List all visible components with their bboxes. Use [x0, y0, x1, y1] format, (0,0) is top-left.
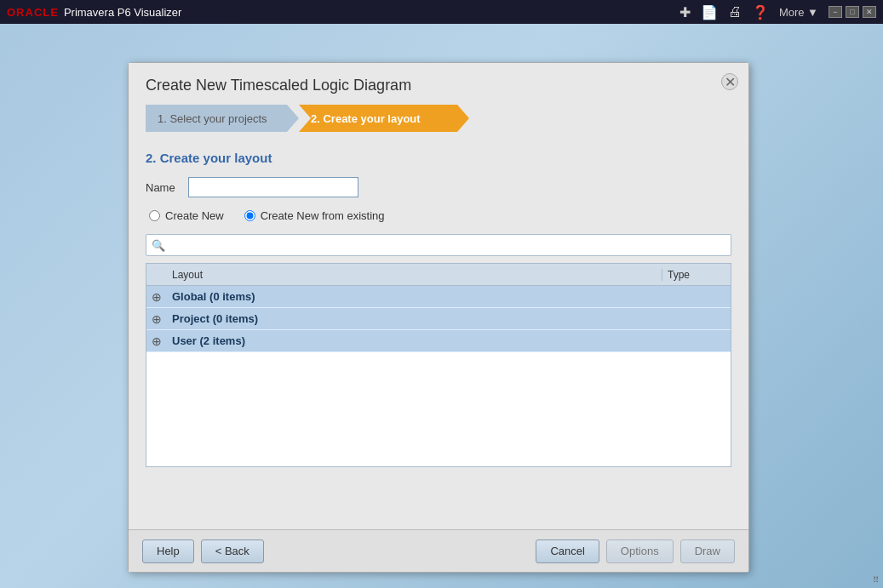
search-bar: 🔍 — [146, 234, 731, 256]
type-col-header: Type — [662, 269, 731, 281]
steps-container: 1. Select your projects 2. Create your l… — [129, 105, 748, 142]
global-row-label: Global (0 items) — [167, 290, 662, 303]
create-from-existing-option[interactable]: Create New from existing — [244, 209, 385, 222]
help-button[interactable]: Help — [142, 539, 194, 563]
table-row[interactable]: ⊕ Project (0 items) — [146, 308, 731, 330]
create-diagram-dialog: Create New Timescaled Logic Diagram ✕ 1.… — [128, 62, 749, 573]
name-input[interactable] — [188, 177, 358, 197]
main-area: Create New Timescaled Logic Diagram ✕ 1.… — [0, 24, 883, 588]
more-menu[interactable]: More ▼ — [779, 6, 818, 19]
search-icon: 🔍 — [152, 239, 165, 252]
radio-group: Create New Create New from existing — [146, 209, 731, 222]
close-window-button[interactable]: ✕ — [863, 6, 876, 18]
project-row-label: Project (0 items) — [167, 312, 662, 325]
create-from-existing-radio[interactable] — [244, 210, 255, 221]
step-1-label: 1. Select your projects — [158, 112, 267, 125]
help-icon[interactable]: ❓ — [752, 4, 769, 20]
app-name: Primavera P6 Visualizer — [64, 6, 181, 19]
oracle-logo: ORACLE — [7, 6, 59, 19]
layout-col-header: Layout — [167, 269, 662, 281]
table-row[interactable]: ⊕ User (2 items) — [146, 330, 731, 352]
table-row[interactable]: ⊕ Global (0 items) — [146, 286, 731, 308]
dialog-content: 2. Create your layout Name Create New Cr… — [129, 142, 748, 529]
back-button[interactable]: < Back — [201, 539, 264, 563]
window-controls: − □ ✕ — [829, 6, 876, 18]
step-2-label: 2. Create your layout — [311, 112, 421, 125]
print-icon[interactable]: 🖨 — [728, 4, 742, 20]
dialog-title: Create New Timescaled Logic Diagram — [146, 77, 411, 94]
add-icon[interactable]: ✚ — [679, 4, 691, 20]
create-new-radio[interactable] — [149, 210, 160, 221]
titlebar-toolbar: ✚ 📄 🖨 ❓ More ▼ — [679, 4, 818, 20]
document-icon[interactable]: 📄 — [701, 4, 718, 20]
options-button[interactable]: Options — [606, 539, 674, 563]
titlebar: ORACLE Primavera P6 Visualizer ✚ 📄 🖨 ❓ M… — [0, 0, 883, 24]
dialog-close-button[interactable]: ✕ — [721, 73, 738, 90]
name-row: Name — [146, 177, 731, 197]
create-new-label: Create New — [165, 209, 224, 222]
dialog-footer: Help < Back Cancel Options Draw — [129, 529, 748, 572]
resize-handle[interactable]: ⠿ — [873, 575, 880, 585]
create-from-existing-label: Create New from existing — [261, 209, 385, 222]
expand-project-button[interactable]: ⊕ — [146, 312, 167, 326]
user-row-label: User (2 items) — [167, 334, 662, 347]
name-label: Name — [146, 181, 188, 194]
step-2[interactable]: 2. Create your layout — [299, 105, 469, 132]
create-new-option[interactable]: Create New — [149, 209, 224, 222]
draw-button[interactable]: Draw — [680, 539, 735, 563]
expand-global-button[interactable]: ⊕ — [146, 290, 167, 304]
table-header: Layout Type — [146, 264, 731, 286]
cancel-button[interactable]: Cancel — [536, 539, 599, 563]
expand-user-button[interactable]: ⊕ — [146, 334, 167, 348]
layout-table: Layout Type ⊕ Global (0 items) ⊕ Project… — [146, 263, 731, 467]
step-1[interactable]: 1. Select your projects — [146, 105, 299, 132]
section-title: 2. Create your layout — [146, 151, 731, 165]
dialog-header: Create New Timescaled Logic Diagram ✕ — [129, 63, 748, 105]
minimize-button[interactable]: − — [829, 6, 842, 18]
maximize-button[interactable]: □ — [846, 6, 859, 18]
search-input[interactable] — [169, 239, 725, 252]
